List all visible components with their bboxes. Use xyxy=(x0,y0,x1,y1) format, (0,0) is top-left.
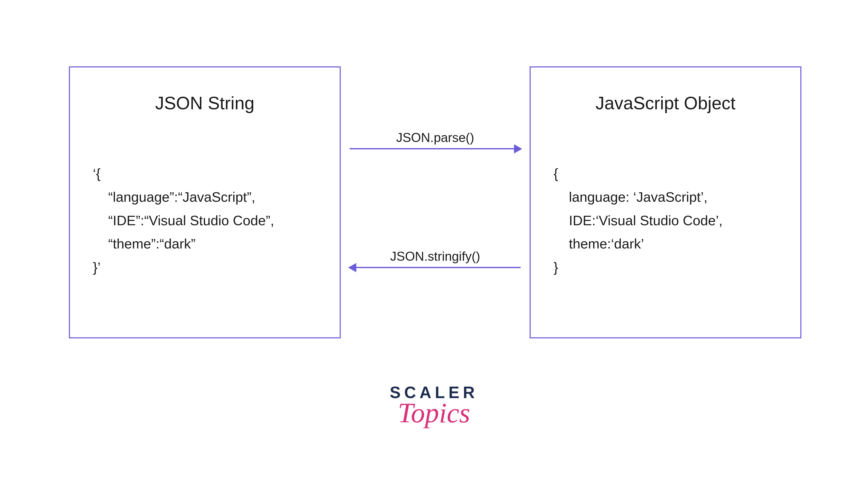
javascript-object-title: JavaScript Object xyxy=(554,93,777,113)
json-string-box: JSON String ‘{ “language”:“JavaScript”, … xyxy=(69,66,341,338)
json-string-title: JSON String xyxy=(93,93,317,113)
parse-arrow-line xyxy=(350,148,521,149)
arrow-right-icon xyxy=(514,144,522,153)
arrow-left-icon xyxy=(348,263,356,272)
javascript-object-code: { language: ‘JavaScript’, IDE:‘Visual St… xyxy=(554,162,777,279)
diagram-container: JSON String ‘{ “language”:“JavaScript”, … xyxy=(69,66,801,340)
json-string-code: ‘{ “language”:“JavaScript”, “IDE”:“Visua… xyxy=(93,162,317,279)
scaler-topics-logo: SCALER Topics xyxy=(390,383,478,429)
stringify-arrow: JSON.stringify() xyxy=(350,249,521,268)
javascript-object-box: JavaScript Object { language: ‘JavaScrip… xyxy=(530,66,801,338)
parse-arrow-label: JSON.parse() xyxy=(350,130,521,145)
stringify-arrow-line xyxy=(350,267,521,268)
parse-arrow: JSON.parse() xyxy=(350,130,521,149)
stringify-arrow-label: JSON.stringify() xyxy=(350,249,521,264)
logo-topics-text: Topics xyxy=(390,397,478,429)
